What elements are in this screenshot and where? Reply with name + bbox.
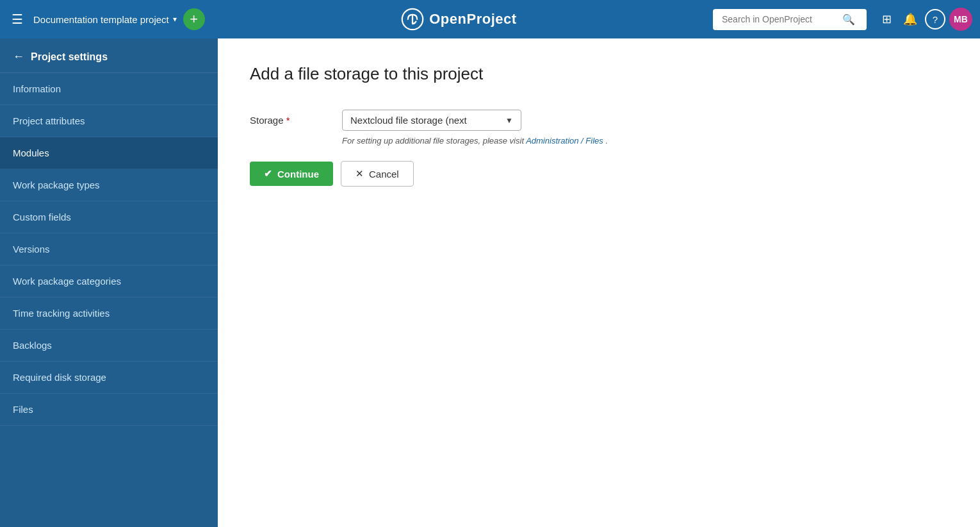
main-content: Add a file storage to this project Stora… (218, 38, 980, 527)
form-actions: ✔ Continue ✕ Cancel (250, 161, 948, 187)
sidebar-item-label: Project attributes (13, 115, 85, 126)
sidebar-item-custom-fields[interactable]: Custom fields (0, 201, 218, 233)
storage-label: Storage * (250, 110, 327, 126)
help-icon: ? (933, 14, 938, 25)
sidebar-item-versions[interactable]: Versions (0, 233, 218, 265)
sidebar-item-label: Work package categories (13, 276, 121, 287)
logo-icon (401, 8, 424, 31)
sidebar-back-label: Project settings (31, 51, 108, 63)
topnav: ☰ Documentation template project ▾ + Ope… (0, 0, 980, 38)
sidebar-item-information[interactable]: Information (0, 73, 218, 105)
main-layout: ← Project settings Information Project a… (0, 38, 980, 527)
dropdown-arrow-icon: ▼ (505, 116, 513, 125)
hamburger-icon[interactable]: ☰ (8, 8, 27, 31)
search-box[interactable]: 🔍 (713, 9, 867, 30)
sidebar-item-label: Required disk storage (13, 372, 106, 383)
sidebar-item-backlogs[interactable]: Backlogs (0, 330, 218, 362)
hint-text: For setting up additional file storages,… (342, 136, 524, 146)
project-dropdown-arrow: ▾ (173, 15, 177, 24)
search-icon: 🔍 (842, 13, 855, 26)
sidebar-item-label: Files (13, 404, 33, 415)
topnav-icons: ⊞ 🔔 ? MB (878, 8, 972, 31)
sidebar-item-time-tracking-activities[interactable]: Time tracking activities (0, 297, 218, 330)
page-title: Add a file storage to this project (250, 64, 948, 84)
search-input[interactable] (722, 14, 837, 24)
sidebar-item-label: Information (13, 83, 61, 94)
help-button[interactable]: ? (925, 9, 945, 29)
sidebar-item-label: Custom fields (13, 212, 71, 222)
sidebar-back[interactable]: ← Project settings (0, 38, 218, 73)
sidebar-item-work-package-types[interactable]: Work package types (0, 169, 218, 201)
checkmark-icon: ✔ (264, 168, 272, 180)
storage-control-group: Nextcloud file storage (next ▼ For setti… (342, 110, 608, 146)
bell-icon: 🔔 (903, 12, 917, 26)
notifications-button[interactable]: 🔔 (899, 8, 921, 30)
storage-hint: For setting up additional file storages,… (342, 136, 608, 146)
storage-select[interactable]: Nextcloud file storage (next ▼ (342, 110, 521, 131)
sidebar-item-work-package-categories[interactable]: Work package categories (0, 265, 218, 297)
storage-form-row: Storage * Nextcloud file storage (next ▼… (250, 110, 948, 146)
continue-button[interactable]: ✔ Continue (250, 162, 333, 186)
cancel-button[interactable]: ✕ Cancel (341, 161, 414, 187)
grid-icon-button[interactable]: ⊞ (878, 8, 895, 30)
add-button[interactable]: + (183, 8, 205, 30)
sidebar-item-project-attributes[interactable]: Project attributes (0, 105, 218, 137)
cancel-x-icon: ✕ (355, 168, 364, 180)
back-arrow-icon: ← (13, 50, 24, 63)
cancel-label: Cancel (369, 169, 399, 180)
storage-select-value: Nextcloud file storage (next (350, 115, 467, 126)
hint-suffix: . (605, 136, 608, 146)
sidebar-item-label: Backlogs (13, 340, 52, 351)
sidebar-item-label: Time tracking activities (13, 308, 110, 319)
sidebar: ← Project settings Information Project a… (0, 38, 218, 527)
app-logo: OpenProject (211, 8, 706, 31)
project-selector[interactable]: Documentation template project ▾ (33, 14, 177, 25)
hint-link[interactable]: Administration / Files (526, 136, 603, 146)
sidebar-item-files[interactable]: Files (0, 394, 218, 426)
grid-icon: ⊞ (882, 12, 892, 26)
app-name: OpenProject (429, 11, 516, 28)
sidebar-item-label: Versions (13, 244, 50, 255)
sidebar-item-required-disk-storage[interactable]: Required disk storage (0, 362, 218, 394)
avatar[interactable]: MB (949, 8, 972, 31)
continue-label: Continue (277, 169, 319, 180)
storage-label-text: Storage (250, 115, 284, 126)
avatar-initials: MB (954, 14, 968, 24)
sidebar-item-label: Work package types (13, 180, 100, 190)
required-indicator: * (286, 115, 290, 126)
project-name: Documentation template project (33, 14, 169, 25)
sidebar-item-label: Modules (13, 147, 49, 158)
sidebar-item-modules[interactable]: Modules (0, 137, 218, 169)
